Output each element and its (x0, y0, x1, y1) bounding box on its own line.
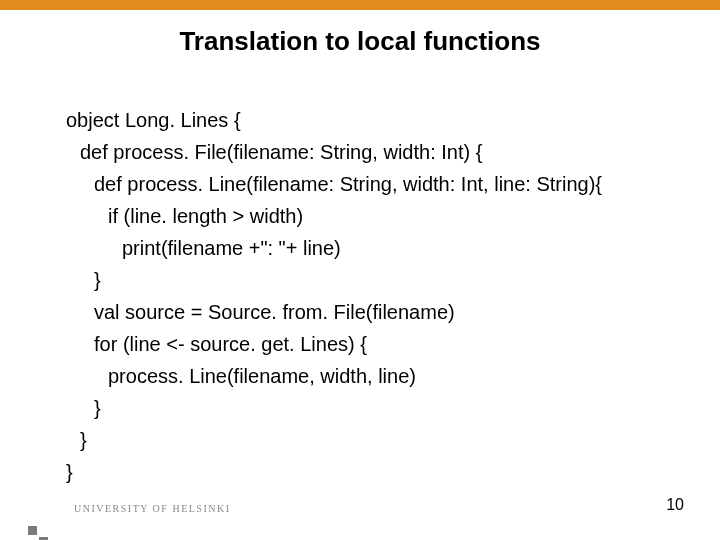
code-line: for (line <- source. get. Lines) { (66, 328, 690, 360)
code-line: } (66, 424, 690, 456)
university-name: UNIVERSITY OF HELSINKI (74, 503, 231, 514)
code-line: val source = Source. from. File(filename… (66, 296, 690, 328)
code-line: def process. Line(filename: String, widt… (66, 168, 690, 200)
code-line: } (66, 456, 690, 488)
code-line: def process. File(filename: String, widt… (66, 136, 690, 168)
code-line: } (66, 392, 690, 424)
page-number: 10 (666, 496, 684, 514)
code-line: process. Line(filename, width, line) (66, 360, 690, 392)
slide: Translation to local functions object Lo… (0, 0, 720, 540)
code-line: print(filename +": "+ line) (66, 232, 690, 264)
code-line: object Long. Lines { (66, 104, 690, 136)
slide-title: Translation to local functions (0, 26, 720, 57)
code-block: object Long. Lines { def process. File(f… (66, 104, 690, 488)
code-line: if (line. length > width) (66, 200, 690, 232)
slide-accent-bar (0, 0, 720, 10)
code-line: } (66, 264, 690, 296)
